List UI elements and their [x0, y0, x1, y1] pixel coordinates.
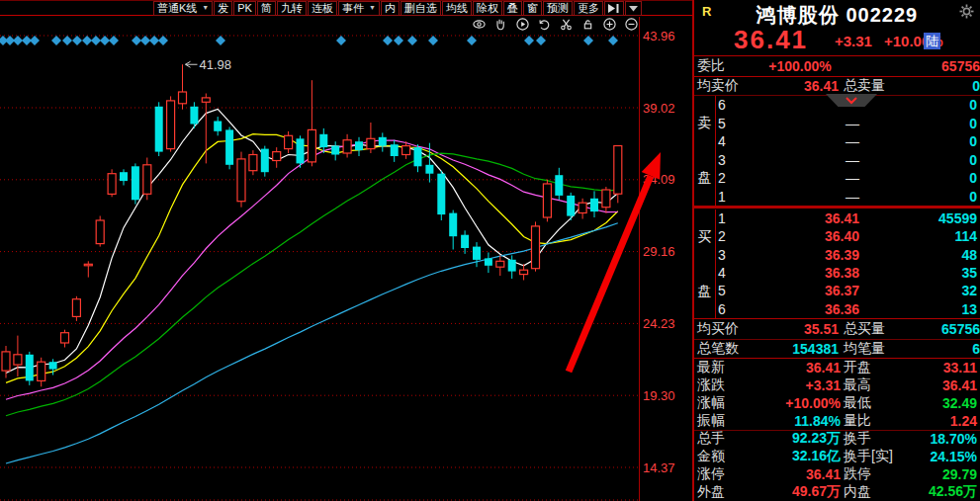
- toolbar-item-11[interactable]: 叠: [503, 1, 522, 16]
- zoom-in-icon[interactable]: [603, 18, 616, 31]
- level-number: 2: [718, 170, 742, 186]
- stat-row: 涨跌+3.31最高36.41: [694, 376, 980, 394]
- toolbar-item-6[interactable]: 事件▼: [338, 1, 380, 16]
- total-sell-label: 总卖量: [842, 77, 903, 95]
- avg-sell-label: 均卖价: [697, 77, 747, 95]
- buy-strip-char: 盘: [698, 283, 712, 300]
- stat-value: 42.56万: [911, 483, 980, 501]
- last-price: 36.41: [734, 25, 808, 55]
- buy-row[interactable]: 536.3732: [716, 282, 980, 299]
- stat-label: 量比: [844, 412, 911, 430]
- stat-row: 最新36.41开盘33.11: [694, 359, 980, 376]
- stat-label: 金额: [697, 448, 749, 465]
- sell-row[interactable]: 2—0: [716, 169, 980, 188]
- level-price: 36.40: [742, 228, 862, 244]
- level-number: 6: [718, 301, 742, 317]
- level-volume: 45599: [862, 210, 980, 226]
- buy-row[interactable]: 136.4145599: [716, 209, 980, 227]
- totals-row: 总笔数 154381 均笔量 6: [694, 340, 980, 358]
- toolbar-caret-down-icon[interactable]: [625, 1, 642, 16]
- kline-chart[interactable]: 43.9639.0234.0929.1624.2319.3014.37 41.9…: [0, 0, 692, 501]
- avg-buy-label: 均买价: [697, 320, 747, 338]
- buy-strip-char: 买: [698, 228, 712, 246]
- stat-value: 11.84%: [749, 413, 844, 429]
- level-number: 1: [718, 210, 742, 226]
- level-volume: 0: [862, 170, 980, 186]
- total-trades-label: 总笔数: [697, 340, 747, 358]
- sell-row[interactable]: 5—0: [716, 115, 980, 133]
- toolbar-item-8[interactable]: 删自选: [401, 1, 441, 16]
- toolbar-item-1[interactable]: 发: [214, 1, 232, 16]
- toolbar-item-4[interactable]: 九转: [277, 1, 307, 16]
- gear-icon[interactable]: [959, 4, 974, 19]
- stat-label: 换手: [844, 430, 911, 448]
- lock-icon[interactable]: [581, 18, 594, 31]
- toolbar-item-3[interactable]: 简: [257, 1, 276, 16]
- avg-sell-price: 36.41: [747, 78, 842, 94]
- stat-value: +3.31: [749, 377, 844, 393]
- zoom-out-icon[interactable]: [625, 18, 638, 31]
- hand-icon[interactable]: [494, 18, 507, 31]
- level-price: 36.36: [742, 301, 862, 317]
- stat-value: 32.49: [911, 395, 980, 411]
- stat-value: 18.70%: [911, 431, 980, 447]
- level-price: —: [742, 116, 862, 131]
- level-number: 3: [718, 152, 742, 168]
- level-volume: 32: [862, 283, 980, 298]
- avg-sell-row: 均卖价 36.41 总卖量 0: [694, 77, 980, 95]
- scissors-icon[interactable]: [560, 18, 573, 31]
- level-price: —: [742, 152, 862, 168]
- stat-value: 49.67万: [749, 483, 844, 501]
- eye-icon[interactable]: [473, 18, 486, 31]
- toolbar-item-12[interactable]: 窗: [523, 1, 542, 16]
- svg-text:24.23: 24.23: [643, 316, 675, 331]
- sell-row[interactable]: 3—0: [716, 151, 980, 170]
- buy-row[interactable]: 636.3613: [716, 300, 980, 318]
- toolbar-item-0[interactable]: 普通K线▼: [153, 1, 213, 16]
- level-price: 36.41: [742, 210, 862, 226]
- level-volume: 48: [862, 247, 980, 263]
- buy-row[interactable]: 436.3835: [716, 264, 980, 282]
- toolbar-skip-end-icon[interactable]: [604, 1, 624, 16]
- toolbar-item-9[interactable]: 均线: [442, 1, 472, 16]
- sell-row[interactable]: 1—0: [716, 188, 980, 207]
- stat-value: 29.79: [911, 466, 980, 482]
- avg-trade-label: 均笔量: [842, 340, 903, 358]
- weicha-value: 65756: [851, 58, 980, 74]
- stat-label: 涨跌: [697, 376, 749, 394]
- quote-panel: R 鸿博股份 002229 36.41 +3.31 +10.00% 陆 委比 +…: [692, 0, 980, 501]
- stat-label: 换手[实]: [844, 448, 911, 465]
- sell-row[interactable]: 4—0: [716, 132, 980, 151]
- stat-value: 36.41: [749, 466, 844, 482]
- level-price: 36.37: [742, 283, 862, 298]
- undo-icon[interactable]: [538, 18, 551, 31]
- svg-text:29.16: 29.16: [643, 244, 675, 259]
- total-trades-value: 154381: [747, 341, 842, 357]
- toolbar-item-2[interactable]: PK: [233, 1, 256, 16]
- level-volume: 0: [862, 189, 980, 205]
- toolbar-item-14[interactable]: 更多: [574, 1, 603, 16]
- toolbar-item-7[interactable]: 内: [381, 1, 400, 16]
- play-icon[interactable]: [516, 18, 529, 31]
- level-volume: 0: [862, 152, 980, 168]
- level-number: 5: [718, 283, 742, 298]
- total-buy-label: 总买量: [842, 320, 903, 338]
- stat-row: 金额32.16亿换手[实]24.15%: [694, 448, 980, 465]
- svg-text:39.02: 39.02: [643, 101, 675, 116]
- buy-row[interactable]: 236.40114: [716, 227, 980, 245]
- stat-label: 最新: [697, 359, 749, 376]
- sell-strip-char: 盘: [698, 169, 712, 187]
- buy-order-book: 买盘 136.4145599236.40114336.3948436.38355…: [694, 209, 980, 318]
- toolbar-item-13[interactable]: 预测: [543, 1, 573, 16]
- stat-value: 24.15%: [911, 449, 980, 464]
- weibi-row: 委比 +100.00% 65756: [694, 56, 980, 76]
- toolbar-item-5[interactable]: 连板: [308, 1, 337, 16]
- buy-row[interactable]: 336.3948: [716, 246, 980, 264]
- stat-row: 外盘49.67万内盘42.56万: [694, 483, 980, 501]
- stat-value: 36.41: [911, 377, 980, 393]
- toolbar-item-10[interactable]: 除权: [473, 1, 502, 16]
- stat-label: 最高: [844, 376, 911, 394]
- level-number: 6: [718, 97, 742, 113]
- stat-value: 92.23万: [749, 430, 844, 448]
- svg-text:41.98: 41.98: [200, 57, 232, 72]
